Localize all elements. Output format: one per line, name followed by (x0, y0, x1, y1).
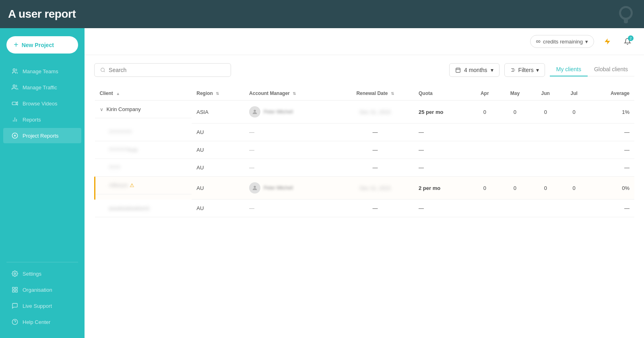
sidebar-item-reports[interactable]: Reports (3, 112, 81, 127)
cell-apr (470, 200, 500, 217)
traffic-icon (11, 84, 19, 91)
cell-account-manager: Peter Mitchell (244, 101, 336, 124)
cell-account-manager: — (244, 200, 336, 217)
sidebar-item-help-center[interactable]: Help Center (3, 314, 81, 330)
svg-rect-12 (15, 287, 17, 289)
svg-line-19 (104, 71, 105, 72)
cell-account-manager: Peter Mitchell (244, 177, 336, 200)
col-region[interactable]: Region ⇅ (192, 87, 244, 101)
client-name: Affinium (109, 182, 128, 188)
help-icon (11, 318, 19, 326)
cell-quota: 2 per mo (414, 177, 470, 200)
sidebar-divider (6, 262, 78, 262)
filters-dropdown-icon: ▾ (536, 67, 539, 73)
chat-icon (11, 302, 19, 309)
cell-average: — (588, 141, 634, 159)
expand-button[interactable]: ∨ (100, 107, 103, 112)
credits-button[interactable]: ∞ credits remaining ▾ (530, 35, 594, 48)
col-jun: Jun (530, 87, 560, 101)
cell-may (500, 124, 530, 141)
new-project-button[interactable]: + New Project (6, 36, 78, 54)
sidebar-label-browse-videos: Browse Videos (23, 101, 57, 107)
notification-badge: 2 (628, 35, 634, 41)
tab-my-clients[interactable]: My clients (550, 64, 588, 76)
cell-jun: 0 (530, 101, 560, 124)
page-title: A user report (8, 8, 76, 21)
cell-jun (530, 124, 560, 141)
sidebar-item-manage-traffic[interactable]: Manage Traffic (3, 80, 81, 95)
sidebar-item-settings[interactable]: Settings (3, 266, 81, 281)
circle-plus-icon (11, 132, 19, 139)
table-row: ∨Kirin CompanyASIAPeter MitchellDec 31, … (95, 101, 635, 124)
sidebar-item-browse-videos[interactable]: Browse Videos (3, 96, 81, 111)
sidebar-item-manage-teams[interactable]: Manage Teams (3, 64, 81, 79)
calendar-icon (455, 67, 461, 73)
cell-region: AU (192, 124, 244, 141)
cell-jun (530, 159, 560, 177)
settings-icon (11, 270, 19, 277)
svg-marker-3 (16, 102, 17, 105)
filters-button[interactable]: Filters ▾ (504, 63, 545, 77)
view-tabs: My clients Global clients (550, 64, 634, 76)
svg-point-10 (14, 273, 16, 274)
months-button[interactable]: 4 months ▾ (449, 63, 500, 77)
warning-icon: ⚠ (130, 182, 134, 188)
svg-rect-14 (12, 290, 14, 292)
cell-average: — (588, 124, 634, 141)
months-label: 4 months (464, 67, 487, 73)
cell-jul: 0 (560, 101, 588, 124)
sort-icon-client: ▲ (116, 91, 120, 96)
avatar (249, 106, 260, 117)
col-client[interactable]: Client ▲ (95, 87, 192, 101)
svg-point-1 (13, 85, 15, 87)
sidebar-item-live-support[interactable]: Live Support (3, 298, 81, 313)
sort-icon-renewal: ⇅ (391, 91, 394, 96)
avatar (249, 182, 260, 194)
col-may: May (500, 87, 530, 101)
cell-region: AU (192, 177, 244, 200)
table-row: ???????hubAU———— (95, 141, 635, 159)
col-jul: Jul (560, 87, 588, 101)
cell-renewal-date: — (336, 124, 414, 141)
cell-may (500, 200, 530, 217)
col-renewal-date[interactable]: Renewal Date ⇅ (336, 87, 414, 101)
notifications-button[interactable]: 2 (621, 35, 634, 48)
cell-average: 1% (588, 101, 634, 124)
cell-apr (470, 141, 500, 159)
cell-jul (560, 124, 588, 141)
sort-icon-am: ⇅ (293, 91, 296, 96)
search-input[interactable] (109, 67, 225, 73)
cell-apr: 0 (470, 101, 500, 124)
search-icon (100, 67, 105, 73)
sidebar-label-settings: Settings (23, 271, 41, 277)
sidebar-label-help-center: Help Center (23, 319, 50, 325)
col-account-manager[interactable]: Account Manager ⇅ (244, 87, 336, 101)
cell-quota: — (414, 200, 470, 217)
cell-may: 0 (500, 101, 530, 124)
svg-point-18 (101, 68, 105, 72)
tab-global-clients[interactable]: Global clients (588, 64, 634, 76)
bolt-button[interactable] (601, 35, 614, 48)
cell-average: — (588, 159, 634, 177)
cell-client: ???????hub (95, 141, 192, 159)
table-row: ????????AU———— (95, 124, 635, 141)
cell-jul (560, 200, 588, 217)
cell-jun (530, 200, 560, 217)
cell-quota: 25 per mo (414, 101, 470, 124)
cell-average: — (588, 200, 634, 217)
cell-region: AU (192, 200, 244, 217)
search-box[interactable] (94, 63, 231, 77)
cell-renewal-date: Dec 31, 2023 (336, 177, 414, 200)
svg-rect-20 (456, 68, 460, 72)
filter-icon (510, 67, 516, 73)
cell-renewal-date: — (336, 159, 414, 177)
sidebar-item-project-reports[interactable]: Project Reports (3, 128, 81, 143)
cell-client: ∨Kirin Company (95, 101, 192, 118)
sidebar-label-project-reports: Project Reports (23, 133, 59, 139)
cell-jul (560, 141, 588, 159)
sidebar-item-organisation[interactable]: Organisation (3, 282, 81, 297)
cell-region: ASIA (192, 101, 244, 124)
svg-point-0 (13, 69, 15, 71)
svg-point-28 (254, 186, 256, 188)
sidebar-label-reports: Reports (23, 117, 41, 123)
